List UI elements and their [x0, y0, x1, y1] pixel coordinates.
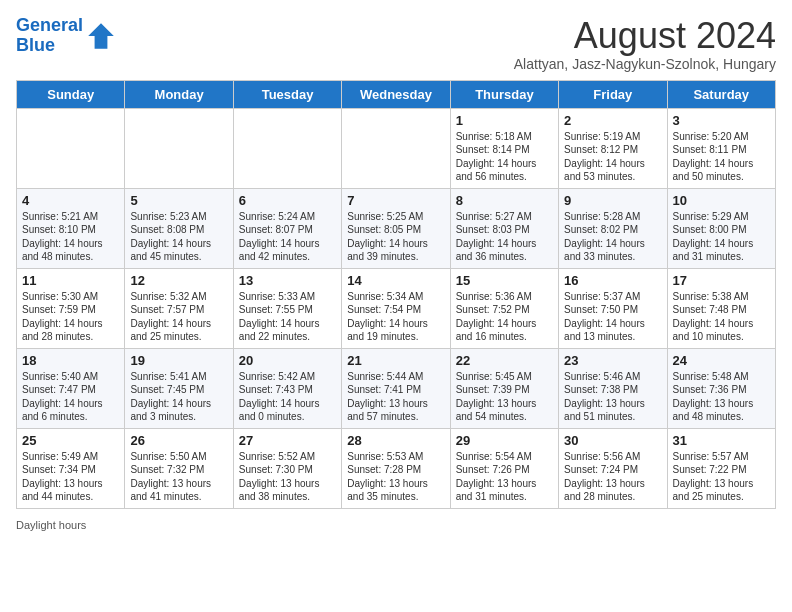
day-info: Sunrise: 5:46 AM Sunset: 7:38 PM Dayligh…: [564, 370, 661, 424]
day-info: Sunrise: 5:57 AM Sunset: 7:22 PM Dayligh…: [673, 450, 770, 504]
week-row-2: 4Sunrise: 5:21 AM Sunset: 8:10 PM Daylig…: [17, 188, 776, 268]
calendar-cell: 17Sunrise: 5:38 AM Sunset: 7:48 PM Dayli…: [667, 268, 775, 348]
day-number: 14: [347, 273, 444, 288]
day-info: Sunrise: 5:45 AM Sunset: 7:39 PM Dayligh…: [456, 370, 553, 424]
day-info: Sunrise: 5:28 AM Sunset: 8:02 PM Dayligh…: [564, 210, 661, 264]
weekday-header-tuesday: Tuesday: [233, 80, 341, 108]
day-info: Sunrise: 5:50 AM Sunset: 7:32 PM Dayligh…: [130, 450, 227, 504]
calendar-cell: 11Sunrise: 5:30 AM Sunset: 7:59 PM Dayli…: [17, 268, 125, 348]
day-number: 29: [456, 433, 553, 448]
weekday-header-monday: Monday: [125, 80, 233, 108]
subtitle: Alattyan, Jasz-Nagykun-Szolnok, Hungary: [514, 56, 776, 72]
day-info: Sunrise: 5:27 AM Sunset: 8:03 PM Dayligh…: [456, 210, 553, 264]
day-info: Sunrise: 5:36 AM Sunset: 7:52 PM Dayligh…: [456, 290, 553, 344]
calendar-cell: 29Sunrise: 5:54 AM Sunset: 7:26 PM Dayli…: [450, 428, 558, 508]
day-info: Sunrise: 5:25 AM Sunset: 8:05 PM Dayligh…: [347, 210, 444, 264]
day-number: 3: [673, 113, 770, 128]
calendar-cell: 3Sunrise: 5:20 AM Sunset: 8:11 PM Daylig…: [667, 108, 775, 188]
day-info: Sunrise: 5:30 AM Sunset: 7:59 PM Dayligh…: [22, 290, 119, 344]
day-number: 21: [347, 353, 444, 368]
day-info: Sunrise: 5:34 AM Sunset: 7:54 PM Dayligh…: [347, 290, 444, 344]
calendar-cell: 1Sunrise: 5:18 AM Sunset: 8:14 PM Daylig…: [450, 108, 558, 188]
day-info: Sunrise: 5:40 AM Sunset: 7:47 PM Dayligh…: [22, 370, 119, 424]
day-info: Sunrise: 5:53 AM Sunset: 7:28 PM Dayligh…: [347, 450, 444, 504]
day-info: Sunrise: 5:38 AM Sunset: 7:48 PM Dayligh…: [673, 290, 770, 344]
calendar-cell: 15Sunrise: 5:36 AM Sunset: 7:52 PM Dayli…: [450, 268, 558, 348]
day-number: 31: [673, 433, 770, 448]
week-row-3: 11Sunrise: 5:30 AM Sunset: 7:59 PM Dayli…: [17, 268, 776, 348]
calendar-cell: [125, 108, 233, 188]
day-number: 25: [22, 433, 119, 448]
day-info: Sunrise: 5:24 AM Sunset: 8:07 PM Dayligh…: [239, 210, 336, 264]
day-number: 4: [22, 193, 119, 208]
day-info: Sunrise: 5:32 AM Sunset: 7:57 PM Dayligh…: [130, 290, 227, 344]
day-info: Sunrise: 5:18 AM Sunset: 8:14 PM Dayligh…: [456, 130, 553, 184]
day-number: 11: [22, 273, 119, 288]
day-number: 1: [456, 113, 553, 128]
day-info: Sunrise: 5:37 AM Sunset: 7:50 PM Dayligh…: [564, 290, 661, 344]
logo: General Blue: [16, 16, 117, 56]
weekday-header-sunday: Sunday: [17, 80, 125, 108]
day-info: Sunrise: 5:23 AM Sunset: 8:08 PM Dayligh…: [130, 210, 227, 264]
day-number: 22: [456, 353, 553, 368]
calendar-cell: 6Sunrise: 5:24 AM Sunset: 8:07 PM Daylig…: [233, 188, 341, 268]
day-number: 19: [130, 353, 227, 368]
calendar-cell: 2Sunrise: 5:19 AM Sunset: 8:12 PM Daylig…: [559, 108, 667, 188]
calendar-cell: 18Sunrise: 5:40 AM Sunset: 7:47 PM Dayli…: [17, 348, 125, 428]
calendar-cell: 8Sunrise: 5:27 AM Sunset: 8:03 PM Daylig…: [450, 188, 558, 268]
weekday-header-wednesday: Wednesday: [342, 80, 450, 108]
day-number: 7: [347, 193, 444, 208]
title-block: August 2024 Alattyan, Jasz-Nagykun-Szoln…: [514, 16, 776, 72]
day-number: 8: [456, 193, 553, 208]
day-info: Sunrise: 5:54 AM Sunset: 7:26 PM Dayligh…: [456, 450, 553, 504]
day-number: 5: [130, 193, 227, 208]
calendar-cell: 31Sunrise: 5:57 AM Sunset: 7:22 PM Dayli…: [667, 428, 775, 508]
day-number: 18: [22, 353, 119, 368]
calendar-cell: 12Sunrise: 5:32 AM Sunset: 7:57 PM Dayli…: [125, 268, 233, 348]
day-number: 20: [239, 353, 336, 368]
calendar-cell: 16Sunrise: 5:37 AM Sunset: 7:50 PM Dayli…: [559, 268, 667, 348]
day-info: Sunrise: 5:52 AM Sunset: 7:30 PM Dayligh…: [239, 450, 336, 504]
day-info: Sunrise: 5:33 AM Sunset: 7:55 PM Dayligh…: [239, 290, 336, 344]
day-info: Sunrise: 5:21 AM Sunset: 8:10 PM Dayligh…: [22, 210, 119, 264]
calendar-cell: [17, 108, 125, 188]
calendar-cell: 27Sunrise: 5:52 AM Sunset: 7:30 PM Dayli…: [233, 428, 341, 508]
weekday-header-row: SundayMondayTuesdayWednesdayThursdayFrid…: [17, 80, 776, 108]
day-number: 26: [130, 433, 227, 448]
day-info: Sunrise: 5:19 AM Sunset: 8:12 PM Dayligh…: [564, 130, 661, 184]
calendar-cell: 26Sunrise: 5:50 AM Sunset: 7:32 PM Dayli…: [125, 428, 233, 508]
day-info: Sunrise: 5:41 AM Sunset: 7:45 PM Dayligh…: [130, 370, 227, 424]
calendar-cell: 19Sunrise: 5:41 AM Sunset: 7:45 PM Dayli…: [125, 348, 233, 428]
day-number: 28: [347, 433, 444, 448]
calendar-cell: 28Sunrise: 5:53 AM Sunset: 7:28 PM Dayli…: [342, 428, 450, 508]
calendar-cell: 21Sunrise: 5:44 AM Sunset: 7:41 PM Dayli…: [342, 348, 450, 428]
calendar-cell: 22Sunrise: 5:45 AM Sunset: 7:39 PM Dayli…: [450, 348, 558, 428]
day-info: Sunrise: 5:48 AM Sunset: 7:36 PM Dayligh…: [673, 370, 770, 424]
footer: Daylight hours: [16, 515, 776, 533]
day-number: 15: [456, 273, 553, 288]
day-number: 9: [564, 193, 661, 208]
calendar-cell: 20Sunrise: 5:42 AM Sunset: 7:43 PM Dayli…: [233, 348, 341, 428]
logo-icon: [85, 20, 117, 52]
calendar-cell: 25Sunrise: 5:49 AM Sunset: 7:34 PM Dayli…: [17, 428, 125, 508]
day-number: 16: [564, 273, 661, 288]
calendar-cell: 7Sunrise: 5:25 AM Sunset: 8:05 PM Daylig…: [342, 188, 450, 268]
day-info: Sunrise: 5:49 AM Sunset: 7:34 PM Dayligh…: [22, 450, 119, 504]
day-number: 12: [130, 273, 227, 288]
calendar-cell: 9Sunrise: 5:28 AM Sunset: 8:02 PM Daylig…: [559, 188, 667, 268]
svg-marker-0: [88, 23, 114, 49]
day-info: Sunrise: 5:56 AM Sunset: 7:24 PM Dayligh…: [564, 450, 661, 504]
daylight-label: Daylight hours: [16, 519, 86, 531]
day-number: 24: [673, 353, 770, 368]
weekday-header-thursday: Thursday: [450, 80, 558, 108]
day-number: 27: [239, 433, 336, 448]
weekday-header-friday: Friday: [559, 80, 667, 108]
logo-text: General Blue: [16, 16, 83, 56]
day-number: 23: [564, 353, 661, 368]
day-info: Sunrise: 5:42 AM Sunset: 7:43 PM Dayligh…: [239, 370, 336, 424]
calendar-cell: 4Sunrise: 5:21 AM Sunset: 8:10 PM Daylig…: [17, 188, 125, 268]
calendar-body: 1Sunrise: 5:18 AM Sunset: 8:14 PM Daylig…: [17, 108, 776, 508]
day-number: 10: [673, 193, 770, 208]
week-row-4: 18Sunrise: 5:40 AM Sunset: 7:47 PM Dayli…: [17, 348, 776, 428]
day-number: 2: [564, 113, 661, 128]
